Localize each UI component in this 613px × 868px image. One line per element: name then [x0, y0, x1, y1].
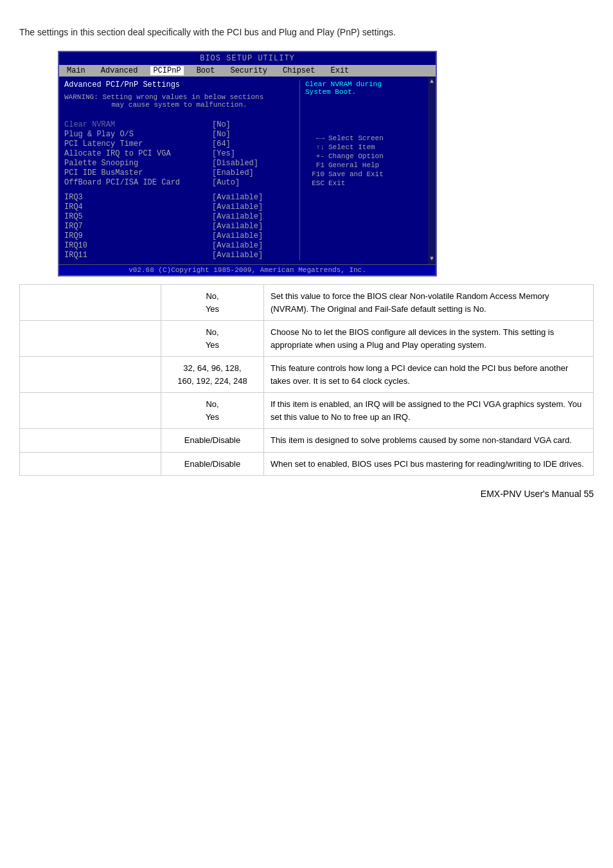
bios-footer-text: v02.68 (C)Copyright 1985-2009, American …	[129, 266, 366, 274]
table-cell-options: No,Yes	[161, 321, 264, 357]
key-row-f10: F10 Save and Exit	[305, 170, 423, 178]
setting-name-busmaster: PCI IDE BusMaster	[64, 168, 212, 177]
setting-value-palette: [Disabled]	[212, 159, 258, 168]
table-cell-setting	[20, 429, 161, 453]
table-cell-options: No,Yes	[161, 393, 264, 429]
setting-row-clear-nvram: Clear NVRAM [No]	[64, 120, 294, 129]
setting-row-pci-latency: PCI Latency Timer [64]	[64, 140, 294, 149]
table-row: Enable/Disable When set to enabled, BIOS…	[20, 452, 594, 476]
key-updown: ↑↓	[305, 143, 324, 151]
setting-name-irq3: IRQ3	[64, 193, 212, 202]
table-cell-setting	[20, 357, 161, 393]
setting-name-plug-play: Plug & Play O/S	[64, 130, 212, 139]
menu-advanced[interactable]: Advanced	[98, 66, 141, 75]
setting-name-pci-latency: PCI Latency Timer	[64, 140, 212, 149]
key-desc-esc: Exit	[328, 179, 345, 187]
key-esc: ESC	[305, 179, 324, 187]
key-desc-change-option: Change Option	[328, 152, 384, 160]
setting-row-irq9: IRQ9 [Available]	[64, 231, 294, 240]
table-cell-description: Set this value to force the BIOS clear N…	[264, 285, 594, 321]
warning-line1: WARNING: Setting wrong values in below s…	[64, 93, 294, 101]
setting-value-irq7: [Available]	[212, 222, 263, 231]
menu-boot[interactable]: Boot	[194, 66, 218, 75]
setting-row-palette: Palette Snooping [Disabled]	[64, 159, 294, 168]
setting-name-irq7: IRQ7	[64, 222, 212, 231]
key-f10: F10	[305, 170, 324, 178]
table-cell-description: When set to enabled, BIOS uses PCI bus m…	[264, 452, 594, 476]
table-cell-setting	[20, 285, 161, 321]
setting-name-irq11: IRQ11	[64, 251, 212, 260]
bios-main-content: Advanced PCI/PnP Settings WARNING: Setti…	[59, 77, 428, 264]
menu-pcipnp[interactable]: PCIPnP	[150, 66, 183, 75]
scroll-up-arrow[interactable]: ▲	[430, 78, 434, 86]
table-cell-setting	[20, 452, 161, 476]
intro-text: The settings in this section deal specif…	[19, 26, 594, 39]
key-f1: F1	[305, 161, 324, 169]
setting-row-irq11: IRQ11 [Available]	[64, 251, 294, 260]
info-table: No,Yes Set this value to force the BIOS …	[19, 284, 594, 476]
table-cell-options: No,Yes	[161, 285, 264, 321]
bios-warning: WARNING: Setting wrong values in below s…	[64, 93, 294, 109]
setting-value-offboard: [Auto]	[212, 178, 240, 187]
table-cell-description: If this item is enabled, an IRQ will be …	[264, 393, 594, 429]
key-desc-select-screen: Select Screen	[328, 134, 384, 142]
setting-name-clear-nvram: Clear NVRAM	[64, 120, 212, 129]
bios-scrollbar[interactable]: ▲ ▼	[428, 77, 436, 264]
setting-name-irq4: IRQ4	[64, 203, 212, 212]
key-row-esc: ESC Exit	[305, 179, 423, 187]
setting-name-palette: Palette Snooping	[64, 159, 212, 168]
key-leftright: ←→	[305, 134, 324, 142]
setting-value-irq11: [Available]	[212, 251, 263, 260]
key-row-select-item: ↑↓ Select Item	[305, 143, 423, 151]
setting-name-irq5: IRQ5	[64, 212, 212, 221]
setting-row-offboard: OffBoard PCI/ISA IDE Card [Auto]	[64, 178, 294, 187]
setting-value-pci-latency: [64]	[212, 140, 231, 149]
table-row: 32, 64, 96, 128,160, 192, 224, 248 This …	[20, 357, 594, 393]
table-row: No,Yes Choose No to let the BIOS configu…	[20, 321, 594, 357]
page-footer: EMX-PNV User's Manual 55	[19, 489, 594, 499]
scroll-down-arrow[interactable]: ▼	[430, 255, 434, 263]
setting-name-irq-vga: Allocate IRQ to PCI VGA	[64, 149, 212, 158]
setting-value-clear-nvram: [No]	[212, 120, 231, 129]
table-row: Enable/Disable This item is designed to …	[20, 429, 594, 453]
setting-row-irq4: IRQ4 [Available]	[64, 203, 294, 212]
menu-exit[interactable]: Exit	[328, 66, 351, 75]
setting-value-irq9: [Available]	[212, 231, 263, 240]
setting-row-irq7: IRQ7 [Available]	[64, 222, 294, 231]
setting-value-irq4: [Available]	[212, 203, 263, 212]
setting-row-irq10: IRQ10 [Available]	[64, 241, 294, 250]
setting-name-irq9: IRQ9	[64, 231, 212, 240]
page-footer-text: EMX-PNV User's Manual 55	[481, 489, 594, 499]
bios-settings-panel: Advanced PCI/PnP Settings WARNING: Setti…	[59, 80, 299, 260]
setting-name-offboard: OffBoard PCI/ISA IDE Card	[64, 178, 212, 187]
setting-row-busmaster: PCI IDE BusMaster [Enabled]	[64, 168, 294, 177]
menu-main[interactable]: Main	[64, 66, 88, 75]
setting-value-plug-play: [No]	[212, 130, 231, 139]
table-row: No,Yes If this item is enabled, an IRQ w…	[20, 393, 594, 429]
bios-content-area: Advanced PCI/PnP Settings WARNING: Setti…	[59, 77, 436, 264]
bios-title-text: BIOS SETUP UTILITY	[200, 54, 295, 63]
table-cell-options: Enable/Disable	[161, 452, 264, 476]
menu-security[interactable]: Security	[227, 66, 270, 75]
bios-key-legend: ←→ Select Screen ↑↓ Select Item +- Chang…	[305, 134, 423, 187]
key-desc-f1: General Help	[328, 161, 379, 169]
setting-row-plug-play: Plug & Play O/S [No]	[64, 130, 294, 139]
warning-line2: may cause system to malfunction.	[64, 101, 294, 109]
setting-value-irq5: [Available]	[212, 212, 263, 221]
setting-value-irq10: [Available]	[212, 241, 263, 250]
table-cell-description: Choose No to let the BIOS configure all …	[264, 321, 594, 357]
bios-menu-bar: Main Advanced PCIPnP Boot Security Chips…	[59, 65, 436, 77]
menu-chipset[interactable]: Chipset	[280, 66, 317, 75]
setting-value-busmaster: [Enabled]	[212, 168, 254, 177]
setting-value-irq3: [Available]	[212, 193, 263, 202]
key-desc-select-item: Select Item	[328, 143, 375, 151]
key-desc-f10: Save and Exit	[328, 170, 384, 178]
help-line2: System Boot.	[305, 88, 356, 96]
setting-row-irq3: IRQ3 [Available]	[64, 193, 294, 202]
bios-footer: v02.68 (C)Copyright 1985-2009, American …	[59, 264, 436, 275]
setting-row-irq5: IRQ5 [Available]	[64, 212, 294, 221]
bios-setup-box: BIOS SETUP UTILITY Main Advanced PCIPnP …	[58, 51, 437, 276]
table-cell-description: This feature controls how long a PCI dev…	[264, 357, 594, 393]
key-plusminus: +-	[305, 152, 324, 160]
key-row-change-option: +- Change Option	[305, 152, 423, 160]
